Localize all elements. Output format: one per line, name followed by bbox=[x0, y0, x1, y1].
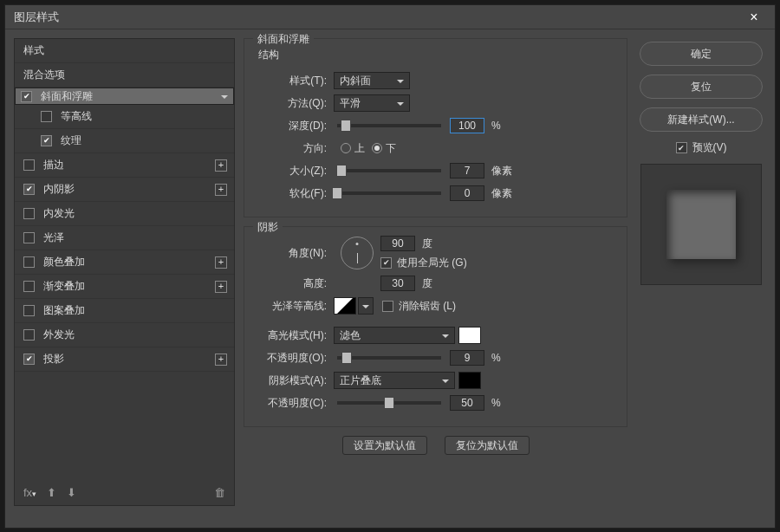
checkbox[interactable] bbox=[23, 281, 35, 292]
plus-icon[interactable]: + bbox=[215, 256, 227, 269]
angle-dial[interactable] bbox=[341, 237, 374, 269]
depth-input[interactable]: 100 bbox=[450, 118, 484, 133]
checkbox[interactable] bbox=[23, 159, 35, 171]
sidebar-item-drop-shadow[interactable]: 投影+ bbox=[15, 347, 234, 372]
checkbox[interactable] bbox=[41, 111, 52, 122]
depth-slider[interactable] bbox=[337, 124, 441, 127]
dir-down-radio[interactable] bbox=[372, 143, 382, 153]
checkbox[interactable] bbox=[23, 184, 35, 195]
checkbox[interactable] bbox=[23, 305, 35, 316]
cancel-button[interactable]: 复位 bbox=[640, 75, 763, 99]
highlight-opacity-slider[interactable] bbox=[337, 356, 441, 360]
ok-button[interactable]: 确定 bbox=[640, 42, 763, 66]
label: 纹理 bbox=[61, 133, 227, 148]
down-icon[interactable]: ⬇ bbox=[67, 486, 76, 499]
close-icon[interactable]: × bbox=[742, 5, 766, 29]
sidebar-item-grad-overlay[interactable]: 渐变叠加+ bbox=[15, 275, 234, 299]
plus-icon[interactable]: + bbox=[215, 354, 227, 366]
highlight-select[interactable]: 滤色 bbox=[334, 327, 455, 344]
sidebar-item-color-overlay[interactable]: 颜色叠加+ bbox=[15, 250, 234, 275]
antialias-checkbox[interactable] bbox=[382, 301, 393, 312]
sidebar-item-blend[interactable]: 混合选项 bbox=[15, 63, 234, 88]
plus-icon[interactable]: + bbox=[215, 159, 227, 172]
checkbox[interactable] bbox=[23, 329, 35, 341]
label: 内阴影 bbox=[43, 182, 215, 197]
shadow-opacity-slider[interactable] bbox=[337, 401, 441, 405]
soft-input[interactable]: 0 bbox=[450, 185, 484, 201]
shadow-select[interactable]: 正片叠底 bbox=[334, 372, 455, 389]
up-icon[interactable]: ⬆ bbox=[47, 486, 56, 499]
label: 颜色叠加 bbox=[43, 255, 215, 269]
dir-label: 方向: bbox=[253, 141, 327, 156]
checkbox[interactable] bbox=[23, 208, 35, 219]
gloss-label: 光泽等高线: bbox=[253, 299, 327, 314]
checkbox[interactable] bbox=[21, 91, 32, 102]
highlight-opacity-input[interactable]: 9 bbox=[450, 350, 484, 366]
fx-icon[interactable]: fx▾ bbox=[23, 486, 36, 499]
unit: % bbox=[491, 120, 501, 132]
shadow-opacity-input[interactable]: 50 bbox=[450, 395, 484, 411]
soft-slider[interactable] bbox=[337, 191, 441, 195]
highlight-color[interactable] bbox=[458, 327, 481, 344]
style-select[interactable]: 内斜面 bbox=[334, 72, 410, 89]
sidebar-item-contour[interactable]: 等高线 bbox=[15, 105, 234, 129]
sidebar-item-stroke[interactable]: 描边+ bbox=[15, 153, 234, 178]
label: 斜面和浮雕 bbox=[41, 89, 218, 104]
new-style-button[interactable]: 新建样式(W)... bbox=[640, 107, 763, 132]
dir-up-radio[interactable] bbox=[341, 143, 351, 153]
method-label: 方法(Q): bbox=[253, 96, 327, 111]
checkbox[interactable] bbox=[23, 232, 35, 243]
sidebar-item-satin[interactable]: 光泽 bbox=[15, 226, 234, 250]
value: 滤色 bbox=[340, 328, 361, 343]
angle-label: 角度(N): bbox=[253, 246, 327, 261]
global-light-label: 使用全局光 (G) bbox=[397, 256, 467, 270]
sidebar-item-texture[interactable]: 纹理 bbox=[15, 129, 234, 153]
highlight-opacity-label: 不透明度(O): bbox=[253, 351, 327, 366]
plus-icon[interactable]: + bbox=[215, 281, 227, 293]
alt-input[interactable]: 30 bbox=[380, 276, 415, 291]
sidebar-item-bevel[interactable]: 斜面和浮雕 bbox=[15, 88, 234, 105]
antialias-label: 消除锯齿 (L) bbox=[399, 299, 456, 314]
shadow-label: 阴影模式(A): bbox=[253, 373, 327, 388]
unit: % bbox=[491, 352, 501, 364]
shadow-color[interactable] bbox=[458, 372, 481, 389]
dialog-title: 图层样式 bbox=[14, 10, 742, 25]
depth-label: 深度(D): bbox=[253, 119, 327, 133]
sidebar-item-patt-overlay[interactable]: 图案叠加 bbox=[15, 299, 234, 323]
angle-input[interactable]: 90 bbox=[380, 236, 415, 251]
method-select[interactable]: 平滑 bbox=[334, 94, 410, 112]
checkbox[interactable] bbox=[23, 354, 35, 365]
struct-title: 结构 bbox=[258, 48, 618, 62]
up-label: 上 bbox=[354, 141, 365, 156]
highlight-label: 高光模式(H): bbox=[253, 328, 327, 343]
global-light-checkbox[interactable] bbox=[380, 257, 392, 269]
sidebar-item-styles[interactable]: 样式 bbox=[15, 39, 234, 63]
soft-label: 软化(F): bbox=[253, 186, 327, 201]
sidebar-item-outer-glow[interactable]: 外发光 bbox=[15, 323, 234, 347]
sidebar-item-inner-glow[interactable]: 内发光 bbox=[15, 202, 234, 226]
effects-list: 样式 混合选项 斜面和浮雕 等高线 纹理 描边+ 内阴影+ 内发光 光泽 颜色叠… bbox=[14, 38, 235, 506]
sidebar-item-inner-shadow[interactable]: 内阴影+ bbox=[15, 178, 234, 202]
preview-label: 预览(V) bbox=[692, 140, 727, 155]
shade-title: 阴影 bbox=[253, 220, 283, 235]
checkbox[interactable] bbox=[41, 135, 52, 146]
gloss-contour[interactable] bbox=[334, 297, 356, 315]
preview-checkbox[interactable] bbox=[676, 142, 687, 153]
size-input[interactable]: 7 bbox=[450, 163, 484, 178]
label: 混合选项 bbox=[23, 68, 227, 82]
gloss-dropdown[interactable] bbox=[358, 297, 374, 315]
value: 平滑 bbox=[340, 96, 361, 111]
set-default-button[interactable]: 设置为默认值 bbox=[342, 436, 427, 455]
size-slider[interactable] bbox=[337, 169, 441, 172]
label: 描边 bbox=[43, 158, 215, 172]
unit: % bbox=[491, 397, 501, 409]
trash-icon[interactable]: 🗑 bbox=[214, 486, 225, 499]
checkbox[interactable] bbox=[23, 256, 35, 268]
unit: 像素 bbox=[491, 186, 512, 201]
reset-default-button[interactable]: 复位为默认值 bbox=[445, 436, 530, 455]
style-label: 样式(T): bbox=[253, 74, 327, 88]
plus-icon[interactable]: + bbox=[215, 184, 227, 196]
size-label: 大小(Z): bbox=[253, 164, 327, 178]
value: 内斜面 bbox=[340, 74, 371, 88]
label: 光泽 bbox=[43, 230, 227, 245]
